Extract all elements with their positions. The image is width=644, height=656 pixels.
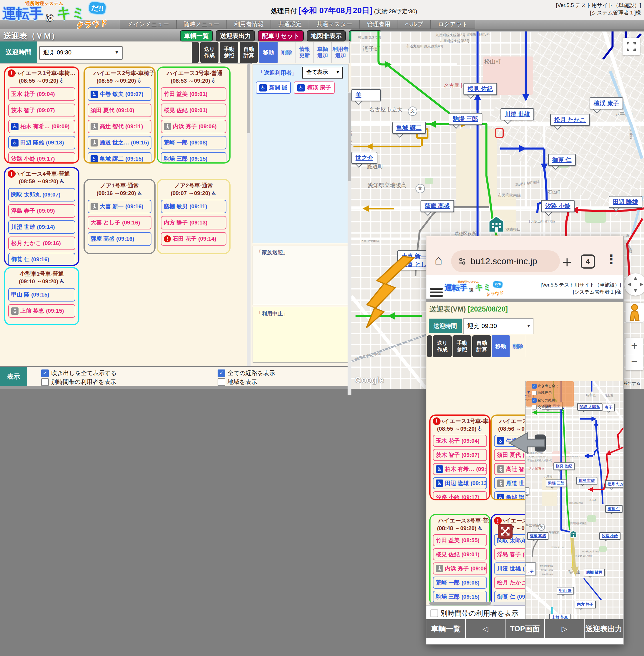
action-button-5[interactable]: 削除 <box>510 335 526 357</box>
member-chip[interactable]: 内方 静子(09:13) <box>161 216 226 229</box>
action-button-4[interactable]: 移動 <box>492 335 510 357</box>
action-button-6[interactable]: 情報 更新 <box>296 42 314 63</box>
member-chip[interactable]: 玉水 花子(09:04) <box>433 435 487 447</box>
checkbox-box[interactable]: ✓ <box>532 384 537 389</box>
map-bubble[interactable]: 田辺 隆雄 <box>609 196 642 208</box>
home-icon[interactable]: ⌂ <box>435 253 442 267</box>
report-link[interactable]: 報告する <box>624 381 641 386</box>
phone-time-select[interactable]: 迎え 09:30 ▼ <box>463 318 533 334</box>
phone-scrollbar[interactable] <box>429 602 525 605</box>
menu-item-5[interactable]: 管理者用 <box>360 20 398 29</box>
member-chip[interactable]: 桜見 佐紀(09:01) <box>161 104 226 117</box>
member-chip[interactable]: 薩摩 高盛(09:16) <box>88 232 152 246</box>
member-chip[interactable]: 駒場 三郎(09:15) <box>161 152 226 163</box>
map-bubble[interactable]: 汐路 小鈴 <box>599 532 620 540</box>
map-bubble[interactable]: 春子 <box>602 404 615 411</box>
checkbox-全ての経路[interactable]: ✓全ての経路 <box>532 398 555 403</box>
tab-count[interactable]: 4 <box>581 254 595 269</box>
menu-item-3[interactable]: 共通設定 <box>271 20 309 29</box>
member-chip[interactable]: 川澄 世雄(09:14) <box>8 220 75 234</box>
action-button-2[interactable]: 手動 参照 <box>220 42 238 63</box>
member-chip[interactable]: 上前 英恵(09:15) <box>8 304 75 318</box>
map-bubble[interactable]: 二 <box>525 488 529 495</box>
member-chip[interactable]: 汐路 小鈴(09:17) <box>433 491 487 500</box>
titlebar-button-0[interactable]: 車輌一覧 <box>180 30 213 42</box>
member-chip[interactable]: ♿柏木 有希…(09:09) <box>433 463 487 475</box>
member-chip[interactable]: 駒場 三郎(09:15) <box>433 591 487 603</box>
member-chip[interactable]: 高辻 智代(09:11) <box>88 120 152 133</box>
checkbox-吹き出し全て[interactable]: ✓吹き出し全て <box>532 384 559 389</box>
zoom-out-button[interactable]: − <box>625 354 643 370</box>
member-chip[interactable]: 雁道 世之…(09:15) <box>88 136 152 150</box>
action-button-0[interactable] <box>427 335 432 357</box>
map-bubble[interactable]: 新一とし子 <box>525 562 536 575</box>
move-cross-icon[interactable] <box>498 524 512 539</box>
map-bubble[interactable]: 桜見 佐紀 <box>553 462 575 470</box>
checkbox-box[interactable] <box>532 391 537 395</box>
pegman-button[interactable] <box>625 303 644 322</box>
users-filter-select[interactable]: 全て表示 ▼ <box>302 67 343 78</box>
map-bubble[interactable]: 上前 英恵 <box>549 614 571 619</box>
member-chip[interactable]: 桜見 佐紀(09:01) <box>433 548 487 560</box>
collapse-arrow-icon[interactable]: ▼ <box>526 389 531 394</box>
checkbox-box[interactable]: ✓ <box>532 398 537 403</box>
map-bubble[interactable]: 川澄 世雄 <box>501 108 534 120</box>
action-button-5[interactable]: 削除 <box>278 42 296 63</box>
member-chip[interactable]: 玉水 花子(09:04) <box>8 87 75 101</box>
member-chip[interactable]: ♿田辺 隆雄(09:13) <box>8 136 75 150</box>
phone-nav-4[interactable]: 送迎表出力 <box>584 619 623 638</box>
map-bubble[interactable]: 駒場 三郎 <box>546 479 567 487</box>
member-chip[interactable]: ♿田辺 隆雄(09:13) <box>433 477 487 489</box>
member-chip[interactable]: 膳棚 敏男(09:11) <box>161 200 226 213</box>
titlebar-button-3[interactable]: 地図非表示 <box>307 30 346 42</box>
pickup-user-chip[interactable]: ♿檀渓 康子 <box>294 82 335 94</box>
zoom-in-button[interactable]: + <box>625 338 643 354</box>
phone-nav-2[interactable]: TOP画面 <box>505 619 544 638</box>
checkbox-吹き出しを全て表示する[interactable]: ✓吹き出しを全て表示する <box>41 369 117 377</box>
member-chip[interactable]: 須田 夏代(09:10) <box>88 104 152 117</box>
checkbox-box[interactable] <box>41 378 49 386</box>
action-button-2[interactable]: 手動 参照 <box>453 335 472 357</box>
member-chip[interactable]: 茨木 智子(09:07) <box>433 449 487 461</box>
pickup-user-chip[interactable]: ♿新開 誠 <box>256 82 291 94</box>
checkbox-全ての経路を表示[interactable]: ✓全ての経路を表示 <box>217 369 275 377</box>
menu-item-4[interactable]: 共通マスター <box>309 20 359 29</box>
menu-item-7[interactable]: ログアウト <box>431 20 475 29</box>
action-button-8[interactable]: 利用者 追加 <box>331 42 350 63</box>
map-bubble[interactable]: 川澄 世雄 <box>576 477 597 484</box>
action-button-3[interactable]: 自動 計算 <box>472 335 491 357</box>
checkbox-box[interactable]: ✓ <box>41 369 49 377</box>
titlebar-button-1[interactable]: 送迎表出力 <box>216 30 255 42</box>
checkbox-box[interactable] <box>532 405 537 409</box>
pan-control[interactable] <box>624 273 644 296</box>
map-bubble[interactable]: 薩摩 高盛 <box>420 200 454 212</box>
member-chip[interactable]: 松月 たかこ(09:16) <box>8 236 75 250</box>
action-button-4[interactable]: 移動 <box>259 42 278 63</box>
member-chip[interactable]: 大喜 新一(09:16) <box>88 200 152 213</box>
fullscreen-button[interactable] <box>623 38 640 55</box>
menu-item-1[interactable]: 随時メニュー <box>177 20 227 29</box>
map-bubble[interactable]: 亀城 譲二 <box>392 122 426 134</box>
action-button-1[interactable]: 送り 作成 <box>200 42 218 63</box>
menu-item-6[interactable]: ヘルプ <box>398 20 431 29</box>
member-chip[interactable]: !石田 花子(09:14) <box>161 232 226 246</box>
action-button-1[interactable]: 送り 作成 <box>433 335 452 357</box>
map-bubble[interactable]: 美 <box>351 89 381 101</box>
member-chip[interactable]: 甲山 隆(09:15) <box>8 288 75 301</box>
map-bubble[interactable]: 膳棚 敏男 <box>584 569 605 576</box>
map-bubble[interactable]: 駒場 三郎 <box>449 113 482 125</box>
checkbox-地域を表示[interactable]: 地域を表示 <box>217 378 257 386</box>
browser-menu-icon[interactable]: ⋮ <box>605 252 618 267</box>
member-chip[interactable]: 竹田 益美(09:01) <box>161 87 226 101</box>
map-bubble[interactable]: 桜見 佐紀 <box>463 83 497 95</box>
map-bubble[interactable]: 檀渓 康子 <box>590 97 623 109</box>
map-bubble[interactable]: 汐路 小鈴 <box>541 200 575 212</box>
member-chip[interactable]: 内浜 秀子(09:06) <box>161 120 226 133</box>
time-select[interactable]: 迎え 09:30 ▼ <box>39 46 123 60</box>
member-chip[interactable]: ♿柏木 有希…(09:09) <box>8 120 75 133</box>
checkbox-box[interactable] <box>431 610 438 617</box>
url-bar[interactable]: bu12.scom-inc.jp <box>451 250 560 272</box>
member-chip[interactable]: ♿亀城 譲二(09:15) <box>88 152 152 163</box>
map-bubble[interactable]: 松月 たか <box>605 480 623 488</box>
map-bubble[interactable]: 薩摩 高盛 <box>527 532 548 540</box>
